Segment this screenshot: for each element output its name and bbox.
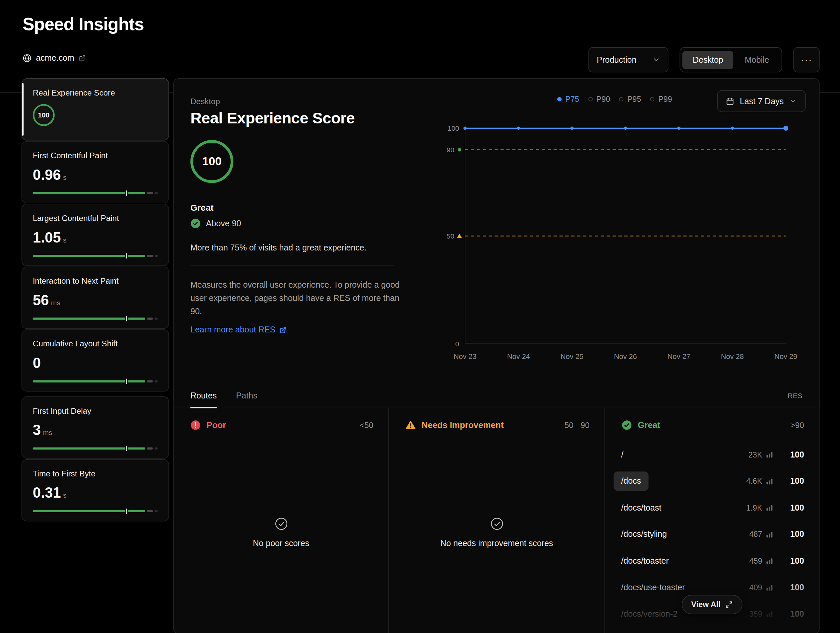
section-divider xyxy=(190,265,394,266)
date-range-label: Last 7 Days xyxy=(740,96,783,106)
column-needs-header: Needs Improvement 50 - 90 xyxy=(389,408,605,430)
metric-card-largest-contentful-paint[interactable]: Largest Contentful Paint1.05s xyxy=(22,204,169,266)
svg-text:Nov 23: Nov 23 xyxy=(453,352,477,361)
rating-detail: Above 90 xyxy=(206,219,241,228)
needs-empty-state: No needs improvement scores xyxy=(389,517,605,548)
metric-value: 3ms xyxy=(33,422,158,439)
route-path: /docs xyxy=(614,472,649,491)
legend-item-p75[interactable]: P75 xyxy=(557,95,579,104)
svg-text:Nov 27: Nov 27 xyxy=(668,352,690,361)
score-ring: 100 xyxy=(190,140,233,183)
metric-number: 0.31 xyxy=(33,485,61,502)
route-path: /docs/toast xyxy=(614,498,669,518)
score-columns: Poor <50 No poor scores xyxy=(174,408,819,633)
route-sample-count: 4.6K xyxy=(746,477,762,486)
learn-more-label: Learn more about RES xyxy=(190,325,275,335)
route-row-docs-toast[interactable]: /docs/toast1.9K100 xyxy=(614,495,804,521)
project-domain-link[interactable]: acme.com xyxy=(22,53,85,63)
column-poor: Poor <50 No poor scores xyxy=(174,408,389,633)
route-path: /docs/version-2 xyxy=(614,605,685,624)
route-row-[interactable]: /23K100 xyxy=(614,442,804,468)
legend-dot-icon xyxy=(588,97,592,101)
warning-triangle-icon xyxy=(406,420,416,430)
route-score: 100 xyxy=(773,582,804,592)
column-range: >90 xyxy=(791,421,804,429)
legend-label: P75 xyxy=(565,95,579,104)
res-line-chart: 10090500Nov 23Nov 24Nov 25Nov 26Nov 27No… xyxy=(439,121,786,368)
metric-label: First Contentful Paint xyxy=(33,151,158,159)
svg-text:Nov 29: Nov 29 xyxy=(774,352,797,361)
metric-gauge xyxy=(33,192,158,194)
metric-label: Time to First Byte xyxy=(33,469,158,478)
route-sample-count: 359 xyxy=(749,610,762,619)
page-title: Speed Insights xyxy=(22,14,144,34)
view-all-button[interactable]: View All xyxy=(681,595,742,614)
check-circle-outline-icon xyxy=(490,517,503,530)
external-link-icon xyxy=(79,54,85,62)
route-row-docs-toaster[interactable]: /docs/toaster459100 xyxy=(614,548,804,574)
metric-card-first-input-delay[interactable]: First Input Delay3ms xyxy=(22,396,169,459)
learn-more-link[interactable]: Learn more about RES xyxy=(190,325,286,335)
metric-label: First Input Delay xyxy=(33,406,158,415)
svg-text:50: 50 xyxy=(447,232,454,240)
date-range-picker[interactable]: Last 7 Days xyxy=(717,90,806,112)
route-score: 100 xyxy=(773,503,804,513)
legend-item-p90[interactable]: P90 xyxy=(588,95,610,104)
metric-label: Interaction to Next Paint xyxy=(33,276,158,285)
metric-gauge xyxy=(33,380,158,382)
route-row-docs[interactable]: /docs4.6K100 xyxy=(614,468,804,495)
globe-icon xyxy=(22,54,32,62)
column-name: Poor xyxy=(206,420,226,430)
more-menu-button[interactable]: ··· xyxy=(793,47,819,72)
column-needs-improvement: Needs Improvement 50 - 90 No needs impro… xyxy=(389,408,605,633)
metric-card-real-experience-score[interactable]: Real Experience Score100 xyxy=(22,78,169,140)
metric-card-first-contentful-paint[interactable]: First Contentful Paint0.96s xyxy=(22,141,169,204)
metric-unit: ms xyxy=(43,429,52,437)
svg-text:Nov 26: Nov 26 xyxy=(614,352,637,361)
metric-gauge xyxy=(33,510,158,512)
metric-description: Measures the overall user experience. To… xyxy=(190,278,411,318)
metric-detail-panel: Desktop Real Experience Score 100 Great … xyxy=(173,78,819,633)
route-path: /docs/toaster xyxy=(614,551,676,571)
column-name: Needs Improvement xyxy=(422,420,504,430)
check-circle-outline-icon xyxy=(274,517,287,530)
svg-text:100: 100 xyxy=(448,125,459,132)
device-tab-desktop[interactable]: Desktop xyxy=(682,51,733,69)
view-all-label: View All xyxy=(691,600,720,609)
column-name: Great xyxy=(638,420,660,430)
legend-label: P99 xyxy=(658,95,672,104)
samples-bars-icon xyxy=(766,504,773,511)
metric-unit: s xyxy=(63,173,67,181)
route-score: 100 xyxy=(773,450,804,459)
environment-dropdown[interactable]: Production xyxy=(589,47,668,72)
ellipsis-icon: ··· xyxy=(801,54,812,66)
metric-unit: ms xyxy=(51,299,60,307)
legend-item-p95[interactable]: P95 xyxy=(619,95,641,104)
rating-detail-row: Above 90 xyxy=(190,218,241,229)
samples-bars-icon xyxy=(766,478,773,485)
domain-label: acme.com xyxy=(36,53,74,63)
external-link-icon xyxy=(279,327,286,333)
route-score: 100 xyxy=(773,609,804,619)
chevron-down-icon xyxy=(652,56,660,64)
tab-routes[interactable]: Routes xyxy=(190,384,216,408)
poor-empty-state: No poor scores xyxy=(174,517,388,548)
device-tab-mobile[interactable]: Mobile xyxy=(734,51,779,69)
metric-gauge xyxy=(33,317,158,319)
metric-card-cumulative-layout-shift[interactable]: Cumulative Layout Shift0 xyxy=(22,330,169,392)
legend-item-p99[interactable]: P99 xyxy=(650,95,672,104)
device-toggle: Desktop Mobile xyxy=(680,47,782,72)
metric-card-time-to-first-byte[interactable]: Time to First Byte0.31s xyxy=(22,459,169,521)
route-row-docs-styling[interactable]: /docs/styling487100 xyxy=(614,521,804,548)
svg-text:Nov 24: Nov 24 xyxy=(507,352,530,361)
tab-paths[interactable]: Paths xyxy=(236,384,257,408)
header-controls: Production Desktop Mobile ··· xyxy=(589,47,819,72)
check-circle-icon xyxy=(190,218,201,229)
samples-bars-icon xyxy=(766,611,773,617)
samples-bars-icon xyxy=(766,557,773,564)
legend-dot-icon xyxy=(619,97,624,101)
samples-bars-icon xyxy=(766,451,773,458)
column-range: 50 - 90 xyxy=(564,421,589,429)
metric-card-interaction-to-next-paint[interactable]: Interaction to Next Paint56ms xyxy=(22,267,169,329)
metric-number: 3 xyxy=(33,422,41,439)
